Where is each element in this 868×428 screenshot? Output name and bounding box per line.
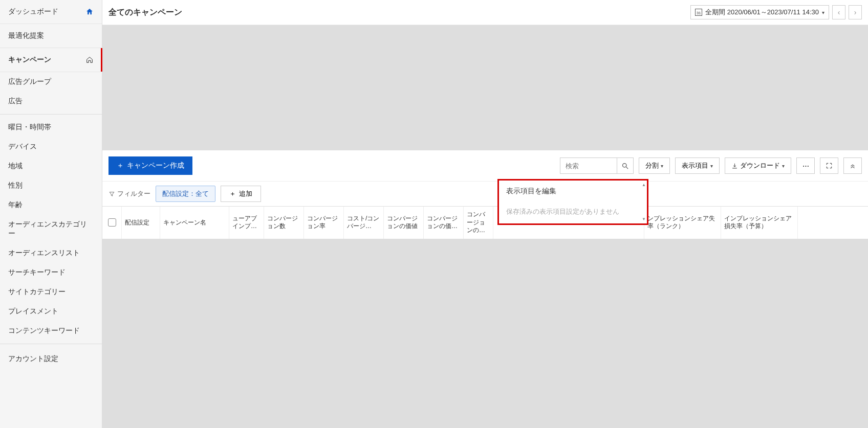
- table-body: [102, 239, 868, 428]
- chevron-down-icon: ▾: [782, 163, 785, 169]
- col-imp-rank[interactable]: ンプレッションシェア失率（ランク）: [644, 207, 721, 239]
- sidebar-item-optimize[interactable]: 最適化提案: [0, 24, 102, 48]
- toolbar: ＋ キャンペーン作成 分割 ▾ 表示項目 ▾ ダウンロード ▾: [102, 150, 868, 181]
- col-campaign[interactable]: キャンペーン名: [160, 207, 229, 239]
- svg-line-1: [626, 167, 628, 169]
- sidebar-item-campaign[interactable]: キャンペーン: [0, 48, 102, 72]
- collapse-up-button[interactable]: [843, 157, 862, 174]
- dropdown-empty-message: 保存済みの表示項目設定がありません: [499, 202, 647, 223]
- split-button[interactable]: 分割 ▾: [639, 157, 670, 174]
- chevron-down-icon: ▾: [710, 163, 713, 169]
- sidebar-item-daytime[interactable]: 曜日・時間帯: [0, 118, 102, 137]
- sidebar-item-search-kw[interactable]: サーチキーワード: [0, 263, 102, 282]
- search-button[interactable]: [617, 158, 633, 173]
- sidebar-item-label: 年齢: [8, 200, 23, 210]
- ellipsis-icon: ⋯: [802, 162, 809, 170]
- page-title: 全てのキャンペーン: [108, 7, 182, 18]
- prev-period-button[interactable]: ‹: [832, 5, 845, 19]
- more-button[interactable]: ⋯: [796, 157, 815, 174]
- sidebar-item-account-settings[interactable]: アカウント設定: [0, 347, 102, 371]
- columns-dropdown: 表示項目を編集 保存済みの表示項目設定がありません ▲▼: [497, 179, 648, 225]
- sidebar-item-region[interactable]: 地域: [0, 156, 102, 176]
- sidebar-item-site-cat[interactable]: サイトカテゴリー: [0, 282, 102, 302]
- button-label: ダウンロード: [740, 161, 780, 170]
- table-header: 配信設定 キャンペーン名 ューアブインプ… コンバージョン数 コンバージョン率 …: [102, 206, 868, 239]
- divider: [0, 114, 102, 115]
- filter-label[interactable]: フィルター: [108, 189, 150, 198]
- select-all-cell: [102, 207, 122, 239]
- sidebar-item-label: サーチキーワード: [8, 268, 66, 277]
- main: 全てのキャンペーン 31 全期間 2020/06/01～2023/07/11 1…: [102, 0, 868, 428]
- sidebar-item-device[interactable]: デバイス: [0, 137, 102, 156]
- sidebar-item-audience-list[interactable]: オーディエンスリスト: [0, 243, 102, 263]
- plus-icon: ＋: [117, 161, 124, 170]
- divider: [0, 344, 102, 344]
- sidebar-item-label: オーディエンスリスト: [8, 249, 80, 258]
- sidebar-item-audience-cat[interactable]: オーディエンスカテゴリー: [0, 215, 102, 243]
- home-icon: [85, 8, 94, 16]
- scroll-down-icon: ▼: [642, 217, 646, 221]
- sidebar-item-age[interactable]: 年齢: [0, 195, 102, 215]
- date-selector: 31 全期間 2020/06/01～2023/07/11 14:30 ▾ ‹ ›: [690, 5, 862, 19]
- filter-chip-delivery[interactable]: 配信設定：全て: [156, 186, 215, 202]
- topbar: 全てのキャンペーン 31 全期間 2020/06/01～2023/07/11 1…: [102, 0, 868, 25]
- col-conv-rate[interactable]: コンバージョン率: [304, 207, 344, 239]
- button-label: 表示項目: [682, 161, 708, 170]
- download-button[interactable]: ダウンロード ▾: [725, 157, 791, 174]
- plus-icon: ＋: [229, 189, 236, 198]
- date-range-button[interactable]: 31 全期間 2020/06/01～2023/07/11 14:30 ▾: [690, 5, 829, 19]
- col-conv3[interactable]: コンバージョンの…: [464, 207, 493, 239]
- sidebar-item-label: 曜日・時間帯: [8, 123, 51, 132]
- double-chevron-up-icon: [849, 162, 856, 169]
- sidebar-item-label: サイトカテゴリー: [8, 287, 66, 297]
- svg-point-0: [623, 163, 627, 167]
- scrollbar[interactable]: ▲▼: [642, 183, 646, 221]
- date-range-label: 全期間 2020/06/01～2023/07/11 14:30: [705, 8, 819, 17]
- search-box: [560, 157, 634, 174]
- col-conv-value2[interactable]: コンバージョンの価…: [424, 207, 464, 239]
- sidebar-item-label: 最適化提案: [8, 31, 44, 40]
- sidebar-item-dashboard[interactable]: ダッシュボード: [0, 0, 102, 24]
- col-conv[interactable]: コンバージョン数: [264, 207, 304, 239]
- calendar-icon: 31: [695, 9, 702, 16]
- chevron-down-icon: ▾: [661, 163, 663, 169]
- sidebar-item-gender[interactable]: 性別: [0, 176, 102, 195]
- create-campaign-button[interactable]: ＋ キャンペーン作成: [108, 156, 192, 175]
- scroll-up-icon: ▲: [642, 183, 646, 187]
- sidebar-item-label: デバイス: [8, 142, 37, 151]
- sidebar-item-adgroup[interactable]: 広告グループ: [0, 72, 102, 92]
- sidebar-item-label: プレイスメント: [8, 307, 58, 316]
- col-conv-value[interactable]: コンバージョンの価値: [384, 207, 424, 239]
- columns-button[interactable]: 表示項目 ▾: [675, 157, 720, 174]
- sidebar: ダッシュボード 最適化提案 キャンペーン 広告グループ 広告 曜日・時間帯 デバ…: [0, 0, 102, 428]
- col-viewable[interactable]: ューアブインプ…: [229, 207, 264, 239]
- sidebar-item-placement[interactable]: プレイスメント: [0, 302, 102, 321]
- sidebar-item-label: キャンペーン: [8, 55, 51, 64]
- add-filter-button[interactable]: ＋ 追加: [221, 186, 261, 202]
- col-imp-budget[interactable]: インプレッションシェア損失率（予算）: [721, 207, 798, 239]
- sidebar-item-ad[interactable]: 広告: [0, 92, 102, 111]
- col-delivery[interactable]: 配信設定: [122, 207, 160, 239]
- search-input[interactable]: [560, 159, 617, 173]
- sidebar-item-label: コンテンツキーワード: [8, 326, 80, 335]
- chevron-down-icon: ▾: [822, 10, 824, 15]
- sidebar-item-label: アカウント設定: [8, 354, 58, 364]
- sidebar-item-label: 広告グループ: [8, 77, 51, 86]
- button-label: 分割: [645, 161, 659, 170]
- sidebar-item-label: ダッシュボード: [8, 7, 58, 16]
- dropdown-item-edit-columns[interactable]: 表示項目を編集: [499, 181, 647, 202]
- next-period-button[interactable]: ›: [849, 5, 862, 19]
- chart-area: [102, 25, 868, 150]
- select-all-checkbox[interactable]: [108, 218, 116, 227]
- expand-icon: [826, 162, 833, 169]
- button-label: 追加: [239, 189, 252, 198]
- download-icon: [731, 163, 738, 169]
- col-cost-conv[interactable]: コスト/コンバージ…: [344, 207, 384, 239]
- filter-icon: [108, 191, 115, 197]
- expand-button[interactable]: [820, 157, 838, 174]
- sidebar-item-label: 地域: [8, 162, 23, 171]
- sidebar-item-label: オーディエンスカテゴリー: [8, 220, 94, 238]
- label-text: フィルター: [117, 189, 150, 198]
- filter-row: フィルター 配信設定：全て ＋ 追加: [102, 181, 868, 206]
- sidebar-item-content-kw[interactable]: コンテンツキーワード: [0, 321, 102, 341]
